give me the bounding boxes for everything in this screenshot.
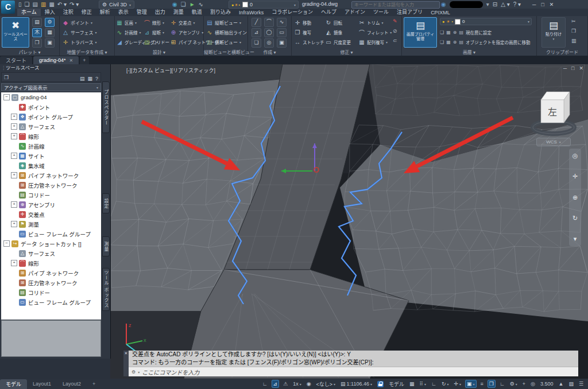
cut-icon[interactable]: ✂ <box>571 18 576 24</box>
qat-layer-dropdown[interactable]: ●☀▪ 0 ▾ <box>229 1 299 9</box>
close-icon[interactable]: ✕ <box>125 351 128 355</box>
globe-icon[interactable]: ◉ <box>305 380 312 387</box>
help-search-box[interactable] <box>351 1 440 9</box>
layout-tab-+[interactable]: + <box>87 380 101 388</box>
tree-item-アセンブリ[interactable]: +⊕アセンブリ <box>1 200 101 209</box>
array-button[interactable]: ▦配列複写▾ <box>358 37 388 46</box>
palette-tab-設定[interactable]: 設定 <box>102 193 110 213</box>
panel-label[interactable]: 修正 ▾ <box>292 49 401 55</box>
tree-expander[interactable]: + <box>11 221 17 227</box>
alignment-button[interactable]: ⌒線形▾ <box>144 18 164 27</box>
close-button[interactable]: ✕ <box>550 2 554 7</box>
traverse-button[interactable]: ✛トラバース▾ <box>62 37 97 46</box>
viewport-close-button[interactable]: ✕ <box>579 65 583 71</box>
palette-tab-ツール ボックス[interactable]: ツール ボックス <box>102 268 110 311</box>
tree-item-集水域[interactable]: ◈集水域 <box>1 161 101 170</box>
layer-dropdown[interactable]: ●☀▪0▾ <box>440 18 532 25</box>
layer-properties-button[interactable]: ▤画層プロパティ 管理 <box>404 17 437 48</box>
tree-item-計画線[interactable]: ∿計画線 <box>1 141 101 151</box>
grid-icon[interactable]: ▦ <box>408 380 416 387</box>
search-input[interactable] <box>352 2 437 7</box>
tree-item-サイト[interactable]: +▦サイト <box>1 151 101 161</box>
terrain-canvas[interactable]: Z X Y 左 <box>110 64 588 379</box>
command-window-grip[interactable]: ✕ <box>123 351 129 376</box>
arc-tool-icon[interactable]: ⌒ <box>264 18 274 27</box>
ribbon-tab-挿入[interactable]: 挿入 <box>41 7 59 16</box>
hamburger-menu-icon[interactable]: ☰ <box>578 380 585 387</box>
ribbon-tab-管理[interactable]: 管理 <box>133 7 151 16</box>
inquiry-icon[interactable]: ▣ <box>45 38 55 48</box>
tree-item-ポイント[interactable]: ✚ポイント <box>1 102 101 112</box>
drawing-settings-icon[interactable]: ▤ <box>32 18 42 27</box>
active-view-combo[interactable]: アクティブ図面表示 ▾ <box>1 83 101 91</box>
panorama-icon[interactable]: ❐ <box>32 38 42 48</box>
profile-view-button[interactable]: ▤縦断ビュー▾ <box>206 18 241 27</box>
minimize-button[interactable]: ─ <box>532 2 536 7</box>
z-value[interactable]: 3.500 <box>539 380 555 387</box>
file-tab-スタート[interactable]: スタート <box>0 56 32 64</box>
hatch-tool-icon[interactable]: ⊿ <box>252 28 261 37</box>
set-current-layer-button[interactable]: ❏▦⊕▤現在層に設定 <box>440 28 492 37</box>
mirror-button[interactable]: ◭鏡像 <box>325 28 342 37</box>
ucs-icon[interactable]: ∟ <box>498 380 506 387</box>
panel-label[interactable]: パレット ▾ <box>0 49 59 55</box>
circle-tool-icon[interactable]: ◯ <box>264 28 274 37</box>
tree-expander[interactable]: + <box>11 153 17 159</box>
save-icon[interactable]: ▤ <box>32 1 37 8</box>
app-logo[interactable]: C <box>1 1 15 14</box>
panel-label[interactable]: 画層 ▾ <box>402 49 536 55</box>
line-tool-icon[interactable]: ╱ <box>252 18 261 27</box>
tree-item-測量[interactable]: +⚑測量 <box>1 219 101 229</box>
ribbon-tab-割り込み[interactable]: 割り込み <box>206 7 235 16</box>
ribbon-tab-修正[interactable]: 修正 <box>78 7 96 16</box>
viewport-label[interactable]: [-][カスタム ビュー][リアリスティック] <box>126 67 215 74</box>
panel-label[interactable]: クリップボード <box>537 49 587 55</box>
erase-icon[interactable]: ✎ <box>393 18 397 24</box>
panorama-toggle-icon[interactable]: ▦ <box>87 76 92 81</box>
add-icon[interactable]: + <box>521 380 527 387</box>
assembly-button[interactable]: ⊕アセンブリ▾ <box>170 28 203 37</box>
intersection-button[interactable]: ✛交差点▾ <box>170 18 195 27</box>
selection-cycling-icon[interactable]: ❐ <box>488 380 496 388</box>
polar-tracking-icon[interactable]: ↻▾ <box>440 380 450 387</box>
tree-expander[interactable]: + <box>11 260 17 266</box>
ribbon-tab-解析[interactable]: 解析 <box>96 7 114 16</box>
ribbon-tab-表示[interactable]: 表示 <box>114 7 133 16</box>
polyline-tool-icon[interactable]: ∿ <box>277 18 287 27</box>
ribbon-tab-ツール[interactable]: ツール <box>369 7 393 16</box>
annotation-scale-sync[interactable]: 1x▾ <box>292 380 303 387</box>
toolbox-icon[interactable]: ▦ <box>45 28 55 37</box>
scale-button[interactable]: ▭尺度変更 <box>325 37 351 46</box>
parcel-button[interactable]: ▦区画▾ <box>116 18 137 27</box>
save-as-icon[interactable]: ▥ <box>41 1 46 8</box>
ribbon-tab-コラボレーション[interactable]: コラボレーション <box>268 7 317 16</box>
layout-tab-Layout1[interactable]: Layout1 <box>27 380 57 388</box>
wcs-dropdown[interactable]: WCS ▾ <box>536 138 571 146</box>
tree-item-サーフェス[interactable]: +△サーフェス <box>1 122 101 131</box>
sketch-icon[interactable]: ∿ <box>199 1 203 8</box>
viewport-minimize-button[interactable]: ─ <box>563 65 567 71</box>
toolspace-toggle-button[interactable]: ✖ツールスペース <box>2 17 29 48</box>
ribbon-tab-CPIXML[interactable]: CPIXML <box>427 9 454 16</box>
tree-item-ビュー フレーム グループ[interactable]: ▭ビュー フレーム グループ <box>1 297 101 307</box>
tree-item-grading-04[interactable]: −▢grading-04 <box>1 92 101 102</box>
drawing-viewport[interactable]: Z X Y 左 [-][カスタム ビュー][リアリスティック] ─□✕ WCS … <box>110 64 588 379</box>
profile-button[interactable]: ⊿縦断▾ <box>144 28 164 37</box>
ribbon-tab-注釈[interactable]: 注釈 <box>59 7 78 16</box>
viewcube-face-label[interactable]: 左 <box>548 107 557 117</box>
explode-icon[interactable]: ⊘ <box>393 28 397 34</box>
navbar-menu-caret[interactable]: ▾ <box>574 235 577 243</box>
dropdown-caret[interactable]: ▾ <box>486 1 489 8</box>
move-button[interactable]: ✛移動 <box>294 18 311 27</box>
share-icon[interactable]: ❏ <box>181 1 186 8</box>
match-properties-icon[interactable]: ⊂ <box>393 38 397 44</box>
osnap-icon[interactable]: ✛▾ <box>452 380 462 387</box>
command-input-row[interactable]: ⚙ ▾ ここにコマンドを入力 <box>129 367 578 376</box>
open-folder-icon[interactable]: ❏ <box>25 1 30 8</box>
panel-label[interactable]: 作成 ▾ <box>248 49 291 55</box>
ribbon-tab-ホーム[interactable]: ホーム <box>17 7 41 16</box>
copy-button[interactable]: ❐複写 <box>294 28 311 37</box>
surfaces-button[interactable]: △サーフェス▾ <box>62 28 97 37</box>
isodraft-icon[interactable]: ⊿ <box>272 380 280 388</box>
viewport-maximize-button[interactable]: □ <box>571 65 574 71</box>
